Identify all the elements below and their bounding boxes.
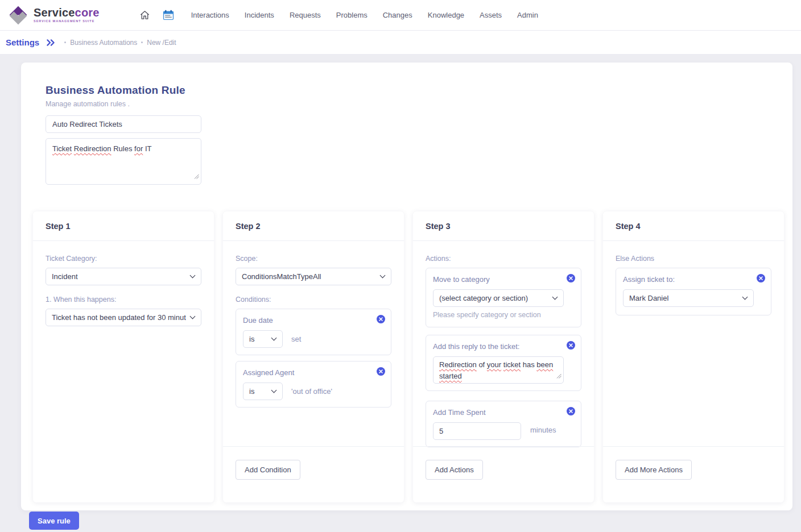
- step4-title: Step 4: [603, 211, 784, 241]
- close-circle-icon[interactable]: [757, 274, 765, 282]
- action-card-add-time-spent: Add Time Spent minutes: [426, 401, 581, 447]
- when-this-happens-label: 1. When this happens:: [46, 296, 201, 304]
- nav-item-admin[interactable]: Admin: [517, 11, 538, 19]
- action-name: Assign ticket to:: [623, 275, 764, 284]
- nav-item-incidents[interactable]: Incidents: [245, 11, 274, 19]
- condition-name: Assigned Agent: [243, 368, 384, 377]
- brand-name: Servicecore: [34, 6, 100, 19]
- scope-select[interactable]: ConditionsMatchTypeAll: [236, 268, 391, 285]
- step1-title: Step 1: [33, 211, 214, 241]
- close-circle-icon[interactable]: [567, 407, 575, 415]
- save-rule-button[interactable]: Save rule: [29, 512, 79, 530]
- nav-item-knowledge[interactable]: Knowledge: [428, 11, 464, 19]
- action-name: Move to category: [433, 275, 574, 284]
- resize-handle-icon[interactable]: [556, 371, 561, 382]
- resize-handle-icon[interactable]: [194, 172, 199, 182]
- breadcrumb-separator: [64, 41, 66, 43]
- app-root: Servicecore SERVICE MANAGEMENT SUITE: [0, 0, 801, 532]
- close-circle-icon[interactable]: [567, 341, 575, 350]
- category-helper-text: Please specify category or section: [433, 311, 574, 319]
- nav-item-assets[interactable]: Assets: [480, 11, 502, 19]
- reply-text: Redirection of your ticket has been star…: [439, 360, 553, 380]
- when-this-happens-select[interactable]: Ticket has not been updated for 30 minut…: [46, 309, 201, 326]
- page-title: Business Automation Rule: [46, 84, 185, 97]
- category-select[interactable]: (select category or section): [433, 289, 564, 307]
- condition-operator-select[interactable]: is: [243, 383, 283, 400]
- nav-item-interactions[interactable]: Interactions: [191, 11, 229, 19]
- reply-textarea[interactable]: Redirection of your ticket has been star…: [433, 356, 564, 384]
- home-icon[interactable]: [139, 10, 150, 20]
- close-circle-icon[interactable]: [567, 274, 575, 282]
- step2-title: Step 2: [223, 211, 404, 241]
- condition-name: Due date: [243, 316, 384, 325]
- action-name: Add Time Spent: [433, 408, 574, 417]
- brand-logo[interactable]: Servicecore SERVICE MANAGEMENT SUITE: [8, 5, 100, 26]
- rule-description-text: Ticket Redirection Rules for IT: [52, 144, 151, 153]
- ticket-category-label: Ticket Category:: [46, 255, 201, 263]
- nav-item-problems[interactable]: Problems: [336, 11, 368, 19]
- breadcrumb: Settings Business Automations New /Edit: [0, 31, 801, 55]
- page-subtitle: Manage automation rules .: [46, 100, 130, 108]
- brand-logo-icon: [8, 5, 28, 26]
- action-card-move-to-category: Move to category (select category or sec…: [426, 268, 581, 327]
- action-card-assign-ticket: Assign ticket to: Mark Daniel: [616, 268, 771, 315]
- close-circle-icon[interactable]: [377, 367, 385, 376]
- panel-divider: [413, 446, 594, 447]
- else-actions-label: Else Actions: [616, 255, 771, 263]
- nav-item-requests[interactable]: Requests: [290, 11, 321, 19]
- condition-operand: set: [291, 335, 301, 343]
- condition-operator-select[interactable]: is: [243, 330, 283, 348]
- double-chevron-icon: [46, 39, 55, 47]
- time-unit-label: minutes: [530, 426, 556, 434]
- action-name: Add this reply to the ticket:: [433, 342, 574, 351]
- panel-divider: [223, 446, 404, 447]
- rule-description-textarea[interactable]: Ticket Redirection Rules for IT: [46, 138, 201, 185]
- assign-ticket-select[interactable]: Mark Daniel: [623, 289, 754, 307]
- actions-label: Actions:: [426, 255, 581, 263]
- breadcrumb-section[interactable]: Business Automations: [70, 39, 137, 47]
- scope-label: Scope:: [236, 255, 391, 263]
- breadcrumb-page: New /Edit: [147, 39, 176, 47]
- step3-title: Step 3: [413, 211, 594, 241]
- step2-panel: Step 2 Scope: ConditionsMatchTypeAll Con…: [223, 211, 404, 502]
- add-actions-button[interactable]: Add Actions: [426, 460, 483, 480]
- top-navbar: Servicecore SERVICE MANAGEMENT SUITE: [0, 0, 801, 31]
- primary-nav: Interactions Incidents Requests Problems…: [191, 11, 538, 19]
- condition-card: Assigned Agent is 'out of office': [236, 361, 391, 408]
- step4-panel: Step 4 Else Actions Assign ticket to: Ma…: [603, 211, 784, 502]
- calendar-icon[interactable]: [163, 10, 174, 20]
- close-circle-icon[interactable]: [377, 315, 385, 323]
- time-spent-input[interactable]: [433, 422, 521, 440]
- conditions-label: Conditions:: [236, 296, 391, 304]
- condition-card: Due date is set: [236, 309, 391, 355]
- add-more-actions-button[interactable]: Add More Actions: [616, 460, 692, 480]
- breadcrumb-settings-link[interactable]: Settings: [6, 38, 39, 47]
- step3-panel: Step 3 Actions: Move to category (select…: [413, 211, 594, 502]
- ticket-category-select[interactable]: Incident: [46, 268, 201, 285]
- action-card-add-reply: Add this reply to the ticket: Redirectio…: [426, 335, 581, 391]
- step1-panel: Step 1 Ticket Category: Incident 1. When…: [33, 211, 214, 502]
- rule-name-input[interactable]: [46, 115, 201, 133]
- condition-operand: 'out of office': [291, 387, 332, 396]
- brand-tagline: SERVICE MANAGEMENT SUITE: [34, 20, 100, 23]
- add-condition-button[interactable]: Add Condition: [236, 460, 300, 480]
- nav-item-changes[interactable]: Changes: [383, 11, 412, 19]
- breadcrumb-separator: [141, 41, 143, 43]
- panel-divider: [603, 446, 784, 447]
